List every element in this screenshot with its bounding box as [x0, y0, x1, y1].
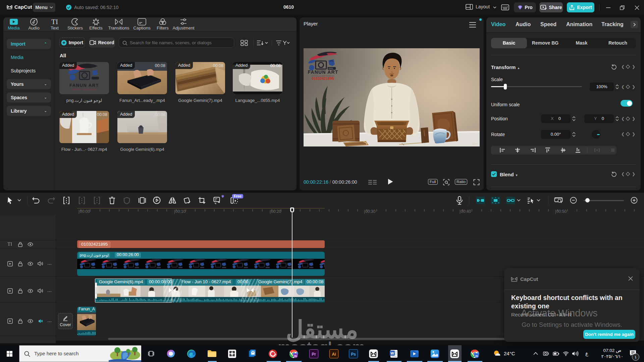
svg-text:Veo: Veo	[472, 142, 478, 146]
svg-text:Pr: Pr	[312, 352, 316, 357]
svg-text:01032421895: 01032421895	[312, 77, 334, 80]
svg-text:FANUN ART: FANUN ART	[69, 83, 99, 88]
svg-text:Ps: Ps	[351, 352, 356, 357]
svg-text:Ai: Ai	[332, 352, 336, 357]
svg-text:PRINTING & L LASER ENGRAVING: PRINTING & L LASER ENGRAVING	[72, 89, 97, 90]
svg-text:PRINTING & L LASER ENGRAVING: PRINTING & L LASER ENGRAVING	[312, 75, 334, 77]
svg-text:W: W	[390, 351, 394, 355]
svg-text:FANUN ART: FANUN ART	[308, 69, 338, 75]
svg-text:m: m	[475, 354, 478, 358]
svg-text:m: m	[294, 354, 297, 358]
